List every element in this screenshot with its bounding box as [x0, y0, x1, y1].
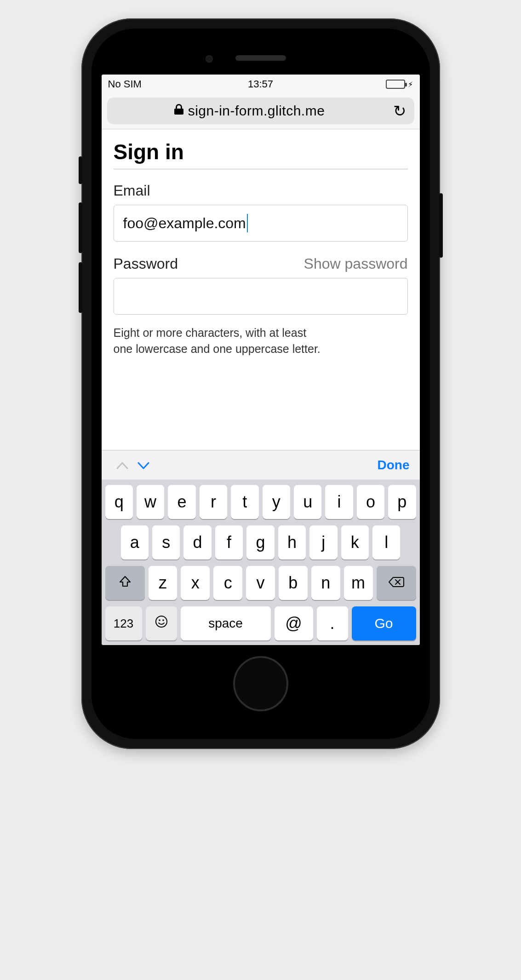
- password-label: Password: [114, 255, 178, 272]
- keyboard-row-3: z x c v b n m: [105, 566, 416, 600]
- email-value: foo@example.com: [123, 215, 246, 232]
- key-p[interactable]: p: [388, 485, 416, 519]
- svg-point-2: [162, 619, 164, 621]
- page-title: Sign in: [114, 139, 408, 169]
- key-y[interactable]: y: [263, 485, 290, 519]
- key-u[interactable]: u: [294, 485, 321, 519]
- phone-power-button: [439, 193, 443, 258]
- key-r[interactable]: r: [200, 485, 227, 519]
- screen: No SIM 13:57 ⚡︎ sign-in-form.glitch.me: [102, 75, 420, 645]
- key-go[interactable]: Go: [352, 606, 416, 640]
- carrier-label: No SIM: [108, 78, 210, 90]
- status-bar: No SIM 13:57 ⚡︎: [102, 75, 420, 94]
- front-camera: [206, 55, 213, 63]
- svg-point-1: [159, 619, 160, 621]
- key-l[interactable]: l: [372, 525, 400, 559]
- emoji-icon: [155, 615, 168, 632]
- key-b[interactable]: b: [279, 566, 308, 600]
- key-f[interactable]: f: [215, 525, 243, 559]
- key-e[interactable]: e: [168, 485, 195, 519]
- text-caret: [247, 214, 248, 232]
- browser-toolbar: sign-in-form.glitch.me ↻: [102, 94, 420, 129]
- key-m[interactable]: m: [344, 566, 373, 600]
- shift-icon: [119, 575, 132, 591]
- reload-icon[interactable]: ↻: [388, 102, 406, 120]
- key-k[interactable]: k: [341, 525, 369, 559]
- phone-frame: No SIM 13:57 ⚡︎ sign-in-form.glitch.me: [81, 18, 440, 749]
- key-t[interactable]: t: [231, 485, 258, 519]
- url-text: sign-in-form.glitch.me: [188, 103, 325, 119]
- key-emoji[interactable]: [146, 606, 177, 640]
- key-c[interactable]: c: [213, 566, 242, 600]
- next-field-arrow-icon[interactable]: [133, 456, 154, 473]
- key-x[interactable]: x: [181, 566, 210, 600]
- key-h[interactable]: h: [278, 525, 306, 559]
- prev-field-arrow-icon: [112, 456, 133, 473]
- earpiece-speaker: [235, 55, 286, 61]
- key-dot[interactable]: .: [317, 606, 348, 640]
- keyboard-row-4: 123 space @ . Go: [105, 606, 416, 640]
- address-bar[interactable]: sign-in-form.glitch.me ↻: [107, 98, 414, 124]
- charging-icon: ⚡︎: [408, 80, 413, 89]
- keyboard: q w e r t y u i o p a s d f g h: [102, 479, 420, 645]
- password-hint: Eight or more characters, with at least …: [114, 325, 408, 357]
- key-s[interactable]: s: [152, 525, 180, 559]
- battery-icon: [386, 80, 405, 89]
- email-label: Email: [114, 182, 408, 199]
- key-backspace[interactable]: [377, 566, 416, 600]
- clock: 13:57: [210, 78, 311, 90]
- phone-mute-switch: [79, 156, 82, 184]
- phone-volume-down: [79, 262, 82, 313]
- key-n[interactable]: n: [311, 566, 340, 600]
- show-password-toggle[interactable]: Show password: [304, 255, 408, 272]
- key-at[interactable]: @: [275, 606, 313, 640]
- page-content: Sign in Email foo@example.com Password S…: [102, 129, 420, 450]
- keyboard-row-1: q w e r t y u i o p: [105, 485, 416, 519]
- key-z[interactable]: z: [149, 566, 177, 600]
- email-field[interactable]: foo@example.com: [114, 205, 408, 242]
- key-v[interactable]: v: [246, 566, 275, 600]
- keyboard-accessory: Done: [102, 450, 420, 479]
- password-field[interactable]: [114, 278, 408, 315]
- key-w[interactable]: w: [137, 485, 164, 519]
- key-123[interactable]: 123: [105, 606, 142, 640]
- key-g[interactable]: g: [246, 525, 274, 559]
- keyboard-done-button[interactable]: Done: [378, 458, 410, 473]
- lock-icon: [174, 104, 183, 118]
- key-space[interactable]: space: [181, 606, 271, 640]
- keyboard-row-2: a s d f g h j k l: [105, 525, 416, 559]
- key-q[interactable]: q: [105, 485, 133, 519]
- phone-volume-up: [79, 202, 82, 253]
- key-shift[interactable]: [105, 566, 145, 600]
- svg-point-0: [156, 616, 167, 627]
- backspace-icon: [389, 575, 404, 591]
- key-a[interactable]: a: [121, 525, 149, 559]
- key-i[interactable]: i: [325, 485, 353, 519]
- key-o[interactable]: o: [357, 485, 384, 519]
- key-d[interactable]: d: [183, 525, 211, 559]
- home-button[interactable]: [233, 656, 288, 711]
- status-right: ⚡︎: [311, 80, 413, 89]
- key-j[interactable]: j: [309, 525, 337, 559]
